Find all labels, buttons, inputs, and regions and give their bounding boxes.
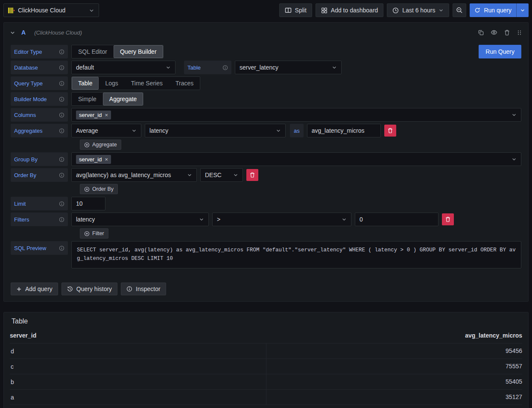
option-table[interactable]: Table (72, 77, 99, 90)
plus-circle-icon (84, 142, 90, 148)
option-query-builder[interactable]: Query Builder (114, 45, 163, 58)
refresh-icon (474, 7, 480, 13)
duplicate-query-icon[interactable] (478, 29, 484, 36)
query-editor-panel: A (ClickHouse Cloud) Editor Type (3, 22, 529, 302)
info-circle-icon (126, 286, 132, 292)
column-header-server-id[interactable]: server_id (10, 332, 266, 339)
info-icon[interactable] (59, 81, 64, 86)
delete-query-icon[interactable] (504, 29, 510, 36)
datasource-picker[interactable]: ClickHouse Cloud (3, 3, 99, 17)
collapse-chevron-icon[interactable] (10, 30, 15, 35)
clickhouse-logo-icon (8, 7, 15, 14)
aggregate-alias-input[interactable] (307, 124, 381, 137)
field-label-sql-preview: SQL Preview (11, 241, 68, 255)
info-icon[interactable] (59, 201, 64, 207)
query-history-button[interactable]: Query history (61, 283, 117, 295)
info-icon[interactable] (59, 49, 64, 55)
editor-footer: Add query Query history Inspector (4, 271, 528, 301)
order-direction-select[interactable]: DESC (200, 168, 243, 182)
run-query-dropdown[interactable] (517, 3, 529, 17)
split-button[interactable]: Split (279, 3, 312, 17)
plus-circle-icon (84, 187, 90, 192)
chevron-down-icon (512, 157, 517, 162)
history-icon (67, 286, 73, 292)
table-result-panel: Table server_id avg_latency_micros d 954… (3, 312, 529, 408)
filter-value-input[interactable] (355, 213, 438, 226)
info-icon[interactable] (59, 217, 64, 222)
clock-icon (392, 7, 399, 14)
split-label: Split (295, 7, 307, 14)
remove-order-by-button[interactable] (246, 169, 258, 181)
option-logs[interactable]: Logs (99, 77, 124, 90)
limit-input[interactable] (71, 197, 105, 210)
run-query-label: Run query (484, 7, 512, 14)
drag-handle-icon[interactable] (517, 30, 522, 35)
inspector-button[interactable]: Inspector (121, 283, 166, 295)
option-aggregate[interactable]: Aggregate (103, 93, 143, 105)
info-icon[interactable] (59, 65, 64, 70)
option-traces[interactable]: Traces (169, 77, 200, 90)
sql-preview-text: SELECT server_id, avg(latency) as avg_la… (71, 241, 521, 268)
table-row: b 55405 (10, 374, 522, 390)
toggle-visibility-icon[interactable] (491, 29, 497, 36)
run-query-toolbar-button[interactable]: Run query (470, 3, 529, 17)
aggregate-column-select[interactable]: latency (145, 124, 286, 137)
plus-circle-icon (84, 231, 90, 236)
zoom-out-icon (456, 7, 463, 14)
topbar: ClickHouse Cloud Split Add to dashboard … (0, 0, 532, 20)
table-select[interactable]: server_latency (235, 61, 342, 74)
close-icon[interactable]: × (105, 157, 108, 162)
run-query-editor-button[interactable]: Run Query (479, 45, 521, 58)
chevron-down-icon (187, 172, 192, 178)
table-row: d 95456 (10, 344, 522, 359)
field-label-order-by: Order By (11, 168, 68, 182)
table-row: a 35127 (10, 390, 522, 405)
option-simple[interactable]: Simple (72, 93, 103, 105)
field-label-aggregates: Aggregates (11, 124, 68, 137)
filter-column-select[interactable]: latency (71, 213, 209, 226)
info-icon[interactable] (59, 128, 64, 134)
info-icon[interactable] (59, 245, 64, 251)
chevron-down-icon (512, 112, 517, 117)
database-select[interactable]: default (71, 61, 175, 74)
results-table: server_id avg_latency_micros d 95456 c 7… (9, 332, 523, 405)
as-label: as (290, 124, 304, 137)
chevron-down-icon (332, 65, 337, 70)
option-time-series[interactable]: Time Series (125, 77, 169, 90)
time-range-picker[interactable]: Last 6 hours (387, 3, 449, 17)
apps-grid-icon (321, 7, 327, 14)
columns-multiselect[interactable]: server_id × (71, 108, 521, 122)
field-label-limit: Limit (11, 197, 68, 210)
field-label-group-by: Group By (11, 152, 68, 166)
add-order-by-button[interactable]: Order By (80, 184, 118, 194)
datasource-hint: (ClickHouse Cloud) (34, 29, 82, 36)
add-aggregate-button[interactable]: Aggregate (80, 140, 121, 150)
datasource-name: ClickHouse Cloud (18, 7, 85, 14)
order-by-expression-select[interactable]: avg(latency) as avg_latency_micros (71, 168, 197, 182)
table-header-row: server_id avg_latency_micros (10, 332, 522, 344)
add-query-button[interactable]: Add query (11, 283, 58, 295)
filter-operator-select[interactable]: > (212, 213, 351, 226)
info-icon[interactable] (59, 172, 64, 178)
remove-aggregate-button[interactable] (384, 125, 396, 137)
info-icon[interactable] (59, 157, 64, 162)
column-header-avg-latency-micros[interactable]: avg_latency_micros (266, 332, 522, 339)
add-filter-button[interactable]: Filter (80, 228, 108, 239)
panel-title: Table (9, 317, 523, 332)
chevron-down-icon (438, 8, 444, 13)
group-by-multiselect[interactable]: server_id × (71, 152, 521, 166)
option-sql-editor[interactable]: SQL Editor (72, 45, 114, 58)
info-icon[interactable] (222, 65, 228, 70)
aggregate-function-select[interactable]: Average (71, 124, 141, 137)
add-to-dashboard-button[interactable]: Add to dashboard (316, 3, 384, 17)
query-ref-id[interactable]: A (21, 29, 26, 36)
query-builder: Editor Type SQL Editor Query Builder Run… (4, 42, 528, 268)
remove-filter-button[interactable] (442, 213, 454, 225)
info-icon[interactable] (59, 112, 64, 118)
field-label-editor-type: Editor Type (11, 45, 68, 58)
zoom-out-button[interactable] (453, 3, 466, 17)
close-icon[interactable]: × (105, 112, 108, 118)
info-icon[interactable] (59, 96, 64, 102)
group-by-tag: server_id × (76, 155, 111, 164)
field-label-builder-mode: Builder Mode (11, 92, 68, 106)
